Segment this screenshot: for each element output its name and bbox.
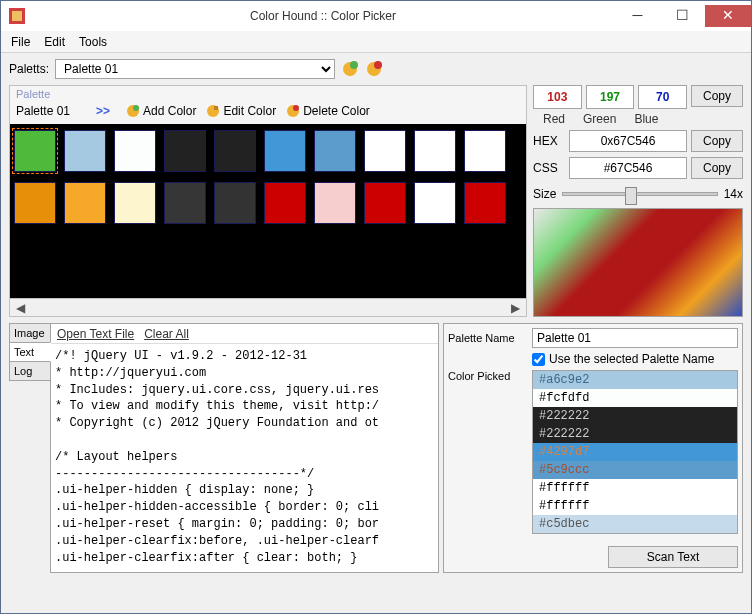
edit-color-button[interactable]: Edit Color — [206, 104, 276, 118]
red-label: Red — [543, 112, 565, 126]
picked-item[interactable]: #ffffff — [533, 479, 737, 497]
css-label: CSS — [533, 161, 565, 175]
rgb-g-value: 197 — [586, 85, 635, 109]
palette-name: Palette 01 — [16, 104, 70, 118]
paletts-label: Paletts: — [9, 62, 49, 76]
swatch[interactable] — [14, 130, 56, 172]
close-button[interactable]: ✕ — [705, 5, 751, 27]
hex-label: HEX — [533, 134, 565, 148]
use-selected-label: Use the selected Palette Name — [549, 352, 714, 366]
svg-point-3 — [350, 61, 358, 69]
open-text-file-button[interactable]: Open Text File — [57, 327, 134, 341]
hex-value: 0x67C546 — [569, 130, 687, 152]
use-selected-checkbox[interactable] — [532, 353, 545, 366]
svg-point-7 — [133, 105, 139, 111]
svg-point-5 — [374, 61, 382, 69]
scan-text-button[interactable]: Scan Text — [608, 546, 738, 568]
palette-arrows[interactable]: >> — [96, 104, 110, 118]
swatch[interactable] — [264, 182, 306, 224]
picked-item[interactable]: #222222 — [533, 425, 737, 443]
swatch[interactable] — [164, 130, 206, 172]
palette-select[interactable]: Palette 01 — [55, 59, 335, 79]
swatch[interactable] — [364, 182, 406, 224]
swatch[interactable] — [114, 130, 156, 172]
tab-log[interactable]: Log — [9, 361, 51, 381]
swatch[interactable] — [214, 182, 256, 224]
green-label: Green — [583, 112, 616, 126]
palette-add-icon[interactable] — [341, 60, 359, 78]
color-picked-label: Color Picked — [448, 370, 526, 382]
palette-remove-icon[interactable] — [365, 60, 383, 78]
swatch[interactable] — [364, 130, 406, 172]
swatch[interactable] — [64, 182, 106, 224]
tab-image[interactable]: Image — [9, 323, 51, 343]
color-picked-list[interactable]: #a6c9e2#fcfdfd#222222#222222#4297d7#5c9c… — [532, 370, 738, 534]
picked-item[interactable]: #5c9ccc — [533, 461, 737, 479]
swatch[interactable] — [214, 130, 256, 172]
size-label: Size — [533, 187, 556, 201]
size-value: 14x — [724, 187, 743, 201]
swatch[interactable] — [314, 182, 356, 224]
rgb-b-value: 70 — [638, 85, 687, 109]
palette-name-input[interactable] — [532, 328, 738, 348]
menu-file[interactable]: File — [5, 32, 36, 52]
picked-item[interactable]: #fcfdfd — [533, 389, 737, 407]
magnifier-preview — [533, 208, 743, 317]
add-color-button[interactable]: Add Color — [126, 104, 196, 118]
css-value: #67C546 — [569, 157, 687, 179]
picked-item[interactable]: #222222 — [533, 407, 737, 425]
swatch[interactable] — [314, 130, 356, 172]
swatch[interactable] — [14, 182, 56, 224]
swatch[interactable] — [164, 182, 206, 224]
swatch[interactable] — [464, 182, 506, 224]
picked-item[interactable]: #a6c9e2 — [533, 371, 737, 389]
delete-color-button[interactable]: Delete Color — [286, 104, 370, 118]
palette-panel: Palette Palette 01 >> Add Color Edit Col… — [9, 85, 527, 317]
svg-rect-9 — [214, 106, 218, 110]
swatch-area — [10, 124, 526, 298]
blue-label: Blue — [634, 112, 658, 126]
swatch[interactable] — [414, 182, 456, 224]
picked-item[interactable]: #ffffff — [533, 497, 737, 515]
svg-rect-1 — [12, 11, 22, 21]
css-copy-button[interactable]: Copy — [691, 157, 743, 179]
swatch[interactable] — [464, 130, 506, 172]
svg-point-11 — [293, 105, 299, 111]
swatch[interactable] — [114, 182, 156, 224]
app-icon — [9, 8, 25, 24]
palette-group-title: Palette — [10, 86, 526, 102]
menubar: File Edit Tools — [1, 31, 751, 53]
rgb-r-value: 103 — [533, 85, 582, 109]
palette-scrollbar[interactable]: ◀▶ — [10, 298, 526, 316]
maximize-button[interactable]: ☐ — [660, 5, 705, 27]
tab-text[interactable]: Text — [9, 342, 51, 362]
size-slider[interactable] — [562, 192, 717, 196]
minimize-button[interactable]: ─ — [615, 5, 660, 27]
picked-item[interactable]: #4297d7 — [533, 443, 737, 461]
menu-tools[interactable]: Tools — [73, 32, 113, 52]
menu-edit[interactable]: Edit — [38, 32, 71, 52]
hex-copy-button[interactable]: Copy — [691, 130, 743, 152]
titlebar: Color Hound :: Color Picker ─ ☐ ✕ — [1, 1, 751, 31]
code-textarea[interactable]: /*! jQuery UI - v1.9.2 - 2012-12-31 * ht… — [51, 344, 438, 572]
swatch[interactable] — [264, 130, 306, 172]
picked-item[interactable]: #c5dbec — [533, 515, 737, 533]
swatch[interactable] — [64, 130, 106, 172]
swatch[interactable] — [414, 130, 456, 172]
window-title: Color Hound :: Color Picker — [31, 9, 615, 23]
rgb-copy-button[interactable]: Copy — [691, 85, 743, 107]
palette-name-label: Palette Name — [448, 332, 526, 344]
clear-all-button[interactable]: Clear All — [144, 327, 189, 341]
